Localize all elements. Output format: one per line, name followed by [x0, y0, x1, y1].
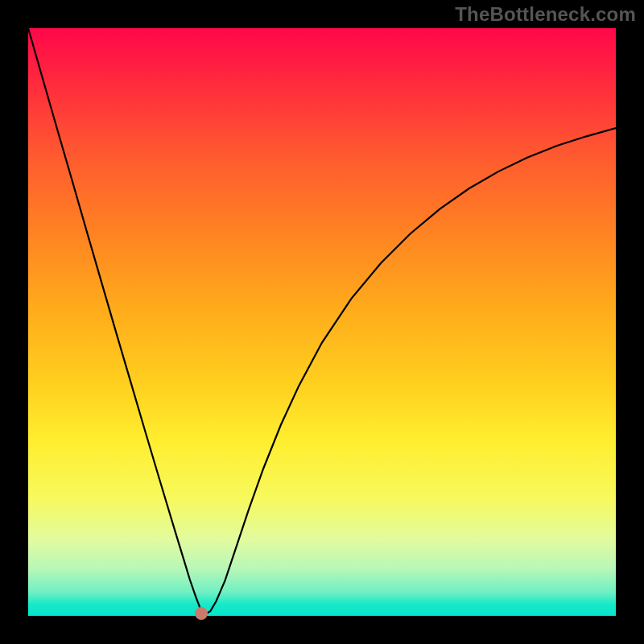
watermark-text: TheBottleneck.com: [455, 3, 636, 26]
bottleneck-curve-path: [28, 28, 616, 615]
minimum-marker: [195, 607, 208, 620]
curve-svg: [28, 28, 616, 616]
plot-area: [28, 28, 616, 616]
chart-frame: TheBottleneck.com: [0, 0, 644, 644]
